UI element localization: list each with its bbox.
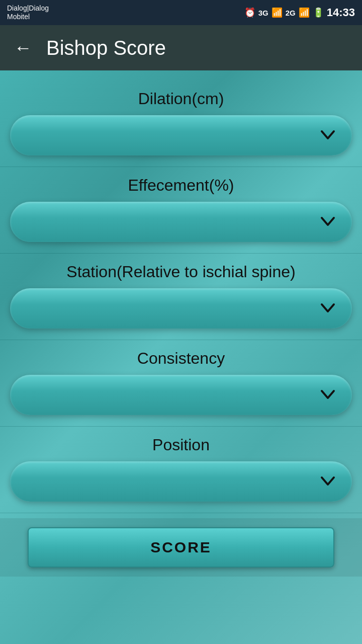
signal-2g-icon: 2G [286, 9, 296, 17]
battery-icon: 🔋 [313, 7, 324, 18]
main-content: Dilation(cm) Effecement(%) Station(Relat… [0, 70, 362, 577]
sub-carrier-name: Mobitel [7, 13, 49, 21]
station-chevron-icon [319, 299, 337, 317]
score-button[interactable]: SCORE [28, 527, 334, 568]
app-bar: ← Bishop Score [0, 25, 362, 70]
carrier-name: Dialog|Dialog [7, 4, 49, 13]
effecement-dropdown[interactable] [10, 202, 352, 242]
dilation-dropdown[interactable] [10, 115, 352, 155]
score-section: SCORE [0, 518, 362, 577]
effecement-section: Effecement(%) [0, 167, 362, 254]
consistency-section: Consistency [0, 340, 362, 427]
carrier-info: Dialog|Dialog Mobitel [7, 4, 49, 21]
dilation-section: Dilation(cm) [0, 80, 362, 167]
effecement-chevron-icon [319, 213, 337, 231]
station-label: Station(Relative to ischial spine) [10, 263, 352, 281]
station-section: Station(Relative to ischial spine) [0, 254, 362, 340]
consistency-label: Consistency [10, 349, 352, 368]
consistency-dropdown[interactable] [10, 375, 352, 415]
signal-bars-2-icon: 📶 [299, 7, 310, 18]
signal-3g-icon: 3G [258, 9, 268, 17]
time-display: 14:33 [327, 6, 355, 19]
alarm-icon: ⏰ [244, 7, 255, 18]
dilation-chevron-icon [319, 126, 337, 144]
station-dropdown[interactable] [10, 288, 352, 329]
position-dropdown[interactable] [10, 461, 352, 502]
back-arrow-icon: ← [14, 37, 32, 58]
position-section: Position [0, 427, 362, 513]
status-bar: Dialog|Dialog Mobitel ⏰ 3G 📶 2G 📶 🔋 14:3… [0, 0, 362, 25]
effecement-label: Effecement(%) [10, 176, 352, 195]
dilation-label: Dilation(cm) [10, 90, 352, 108]
position-chevron-icon [319, 472, 337, 491]
position-label: Position [10, 436, 352, 454]
signal-bars-icon: 📶 [272, 7, 283, 18]
consistency-chevron-icon [319, 386, 337, 404]
back-button[interactable]: ← [10, 33, 36, 62]
status-icons: ⏰ 3G 📶 2G 📶 🔋 14:33 [244, 6, 355, 19]
page-title: Bishop Score [46, 37, 166, 59]
